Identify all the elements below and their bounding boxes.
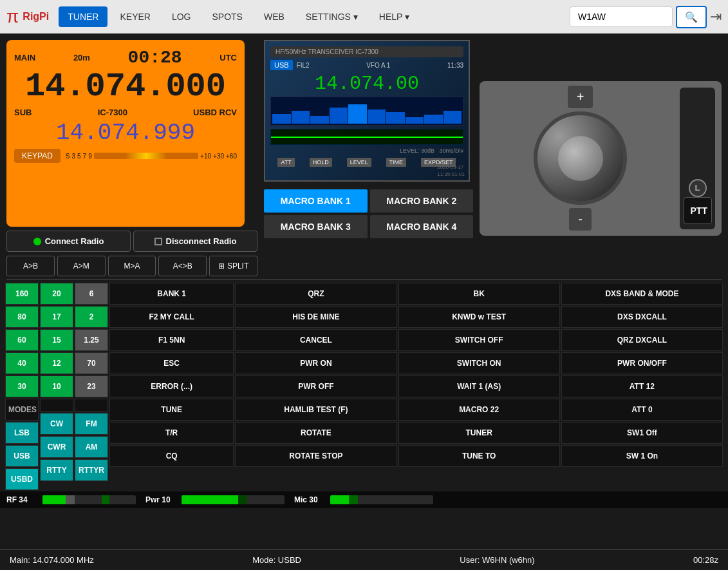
mode-usb[interactable]: USB: [5, 445, 39, 467]
band-6[interactable]: 6: [75, 283, 108, 305]
macro-error[interactable]: ERROR (...): [109, 375, 234, 397]
keypad-button[interactable]: KEYPAD: [14, 149, 61, 163]
macro-tr[interactable]: T/R: [109, 422, 234, 444]
band-2[interactable]: 2: [75, 306, 108, 328]
split-button[interactable]: ⊞ SPLIT: [209, 256, 257, 276]
macro-qrz[interactable]: QRZ: [235, 283, 397, 305]
vfo-sub-freq: 14.074.999: [14, 120, 237, 146]
nav-keyer[interactable]: KEYER: [111, 6, 159, 27]
vfo-scale-bar: [94, 153, 198, 159]
mode-usbd[interactable]: USBD: [5, 468, 39, 490]
macro-sw1on[interactable]: SW 1 On: [561, 445, 723, 467]
macro-hamlib[interactable]: HAMLIB TEST (F): [235, 399, 397, 421]
macro-esc[interactable]: ESC: [109, 352, 234, 374]
band-70[interactable]: 70: [75, 352, 108, 374]
band-17[interactable]: 17: [40, 306, 73, 328]
macro-knwdtest[interactable]: KNWD w TEST: [398, 306, 560, 328]
macro-macro22[interactable]: MACRO 22: [398, 399, 560, 421]
acb-button[interactable]: A<>B: [158, 256, 207, 276]
status-mode: Mode: USBD: [252, 555, 301, 565]
radio-hold-btn[interactable]: HOLD: [310, 158, 332, 167]
pwr-label: Pwr 10: [145, 495, 178, 504]
macro-switchon[interactable]: SWITCH ON: [398, 352, 560, 374]
radio-level-btn[interactable]: LEVEL: [347, 158, 371, 167]
ab-button[interactable]: A>B: [6, 256, 55, 276]
radio-time-display: 11:33: [447, 62, 463, 69]
mode-am[interactable]: AM: [75, 436, 108, 458]
status-time: 00:28z: [693, 555, 718, 565]
radio-control-row: Connect Radio Disconnect Radio: [6, 231, 257, 252]
nav-log[interactable]: LOG: [163, 6, 200, 27]
macro-tuneto[interactable]: TUNE TO: [398, 445, 560, 467]
mode-cwr[interactable]: CWR: [40, 436, 73, 458]
vfo-keypad-row: KEYPAD S 3 5 7 9 +10 +30 +60: [14, 149, 237, 163]
macro-bank-3-button[interactable]: MACRO BANK 3: [264, 215, 368, 238]
band-40[interactable]: 40: [5, 352, 39, 374]
ptt-button[interactable]: PTT: [684, 197, 712, 224]
band-23[interactable]: 23: [75, 375, 108, 397]
macro-hisdemine[interactable]: HIS DE MINE: [235, 306, 397, 328]
macro-rotate[interactable]: ROTATE: [235, 422, 397, 444]
tuner-knob[interactable]: [534, 111, 627, 205]
nav-tuner[interactable]: TUNER: [59, 6, 107, 27]
tuner-minus-button[interactable]: -: [569, 208, 592, 231]
nav-settings[interactable]: SETTINGS ▾: [297, 6, 367, 27]
mode-lsb[interactable]: LSB: [5, 422, 39, 444]
nav-spots[interactable]: SPOTS: [203, 6, 252, 27]
macro-f15nn[interactable]: F1 5NN: [109, 329, 234, 351]
macro-qrzdxcall[interactable]: QRZ DXCALL: [561, 329, 723, 351]
logo-icon: π: [6, 6, 19, 27]
right-column: + - L PTT: [480, 40, 722, 276]
grid-row-0: 160 80 60 40 30 MODES LSB USB USBD 20 17…: [5, 283, 723, 490]
macro-wait1[interactable]: WAIT 1 (AS): [398, 375, 560, 397]
band-30[interactable]: 30: [5, 375, 39, 397]
macro-f2mycall[interactable]: F2 MY CALL: [109, 306, 234, 328]
band-80[interactable]: 80: [5, 306, 39, 328]
mode-rttyr[interactable]: RTTYR: [75, 459, 108, 481]
macro-bank-1-button[interactable]: MACRO BANK 1: [264, 189, 368, 213]
band-20[interactable]: 20: [40, 283, 73, 305]
macro-pwronoff[interactable]: PWR ON/OFF: [561, 352, 723, 374]
nav-web[interactable]: WEB: [255, 6, 294, 27]
band-12[interactable]: 12: [40, 352, 73, 374]
radio-time-btn[interactable]: TIME: [386, 158, 407, 167]
pwr-slider[interactable]: [182, 495, 285, 504]
connect-radio-button[interactable]: Connect Radio: [6, 231, 131, 252]
search-button[interactable]: 🔍: [676, 6, 707, 28]
mode-rtty[interactable]: RTTY: [40, 459, 73, 481]
band-10[interactable]: 10: [40, 375, 73, 397]
tuner-plus-button[interactable]: +: [568, 86, 593, 108]
macro-att0[interactable]: ATT 0: [561, 399, 723, 421]
macro-cq[interactable]: CQ: [109, 445, 234, 467]
exit-button[interactable]: ⇥: [710, 8, 722, 25]
macro-sw1off[interactable]: SW1 Off: [561, 422, 723, 444]
mode-fm[interactable]: FM: [75, 413, 108, 435]
nav-help[interactable]: HELP ▾: [370, 6, 418, 27]
macro-bank1-label[interactable]: BANK 1: [109, 283, 234, 305]
mic-slider[interactable]: [330, 495, 433, 504]
band-160[interactable]: 160: [5, 283, 39, 305]
macro-dxsbandmode[interactable]: DXS BAND & MODE: [561, 283, 723, 305]
band-60[interactable]: 60: [5, 329, 39, 351]
macro-tune[interactable]: TUNE: [109, 399, 234, 421]
search-input[interactable]: [570, 6, 673, 27]
mode-cw[interactable]: CW: [40, 413, 73, 435]
macro-pwroff[interactable]: PWR OFF: [235, 375, 397, 397]
am-button[interactable]: A>M: [57, 256, 106, 276]
ma-button[interactable]: M>A: [108, 256, 156, 276]
macro-bank-4-button[interactable]: MACRO BANK 4: [370, 215, 474, 238]
rf-slider[interactable]: [42, 495, 136, 504]
macro-rotatestop[interactable]: ROTATE STOP: [235, 445, 397, 467]
macro-cancel[interactable]: CANCEL: [235, 329, 397, 351]
macro-tuner[interactable]: TUNER: [398, 422, 560, 444]
macro-pwron[interactable]: PWR ON: [235, 352, 397, 374]
macro-switchoff[interactable]: SWITCH OFF: [398, 329, 560, 351]
macro-bank-2-button[interactable]: MACRO BANK 2: [370, 189, 474, 213]
macro-dxsdxcall[interactable]: DXS DXCALL: [561, 306, 723, 328]
band-15[interactable]: 15: [40, 329, 73, 351]
macro-bk[interactable]: BK: [398, 283, 560, 305]
band-125[interactable]: 1.25: [75, 329, 108, 351]
radio-att-btn[interactable]: ATT: [277, 158, 294, 167]
disconnect-radio-button[interactable]: Disconnect Radio: [133, 231, 257, 252]
macro-att12[interactable]: ATT 12: [561, 375, 723, 397]
